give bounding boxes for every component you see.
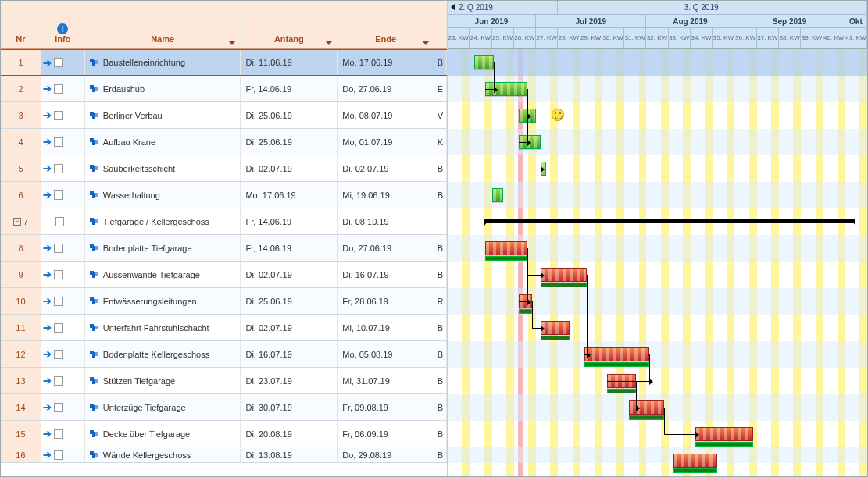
row-start[interactable]: Di, 11.06.19 xyxy=(241,50,338,75)
month-cell[interactable]: Okt xyxy=(845,15,867,28)
row-name[interactable]: Wände Kellergeschoss xyxy=(85,447,241,462)
column-header-info[interactable]: i Info xyxy=(41,1,85,48)
row-nr[interactable]: 14 xyxy=(1,394,41,420)
row-start[interactable]: Fr, 14.06.19 xyxy=(241,76,338,101)
row-name[interactable]: Baustelleneinrichtung xyxy=(85,50,241,75)
quarter-cell[interactable] xyxy=(845,1,867,14)
row-start[interactable]: Di, 23.07.19 xyxy=(241,368,338,393)
nav-prev-icon[interactable] xyxy=(451,3,455,11)
collapse-icon[interactable]: − xyxy=(13,218,21,226)
week-cell[interactable]: 28. KW xyxy=(558,28,580,48)
row-nr[interactable]: 2 xyxy=(1,76,41,101)
row-name[interactable]: Decke über Tiefgarage xyxy=(85,421,241,447)
row-start[interactable]: Di, 30.07.19 xyxy=(241,394,338,420)
table-row[interactable]: 16 ➔ Wände Kellergeschoss Di, 13.08.19 D… xyxy=(1,447,447,463)
table-row[interactable]: 4 ➔ Aufbau Krane Di, 25.06.19 Mo, 01.07.… xyxy=(1,129,447,155)
row-nr[interactable]: 5 xyxy=(1,155,41,181)
row-name[interactable]: Erdaushub xyxy=(85,76,241,101)
row-name[interactable]: Unterfahrt Fahrstuhlschacht xyxy=(85,315,241,340)
row-name[interactable]: Bodenplatte Tiefgarage xyxy=(85,235,241,261)
row-start[interactable]: Di, 13.08.19 xyxy=(241,447,338,462)
week-cell[interactable]: 27. KW xyxy=(536,28,558,48)
table-row[interactable]: 9 ➔ Aussenwände Tiefgarage Di, 02.07.19 … xyxy=(1,262,447,288)
table-row[interactable]: 13 ➔ Stützen Tiefgarage Di, 23.07.19 Mi,… xyxy=(1,368,447,394)
task-bar[interactable] xyxy=(492,188,503,202)
row-end[interactable]: Di, 02.07.19 xyxy=(338,155,434,181)
row-end[interactable]: Fr, 09.08.19 xyxy=(338,394,434,420)
column-header-start[interactable]: Anfang xyxy=(241,1,338,48)
week-cell[interactable]: 34. KW xyxy=(691,28,713,48)
row-name[interactable]: Entwässerungsleitungen xyxy=(85,288,241,314)
row-nr[interactable]: 6 xyxy=(1,182,41,208)
row-nr[interactable]: 16 xyxy=(1,447,41,462)
gantt-row[interactable] xyxy=(448,102,867,129)
month-cell[interactable]: Sep 2019 xyxy=(734,15,845,28)
month-cell[interactable]: Jul 2019 xyxy=(536,15,646,28)
gantt-row[interactable] xyxy=(448,315,867,341)
gantt-row[interactable] xyxy=(448,341,867,368)
column-header-name[interactable]: Name xyxy=(85,1,241,48)
row-end[interactable]: Mo, 08.07.19 xyxy=(338,102,434,128)
row-start[interactable]: Mo, 17.06.19 xyxy=(241,182,338,208)
row-nr[interactable]: 15 xyxy=(1,421,41,447)
table-row[interactable]: 6 ➔ Wasserhaltung Mo, 17.06.19 Mi, 19.06… xyxy=(1,182,447,208)
row-start[interactable]: Di, 25.06.19 xyxy=(241,129,338,155)
gantt-body[interactable] xyxy=(448,49,867,476)
gantt-row[interactable] xyxy=(448,288,867,315)
week-cell[interactable]: 37. KW xyxy=(757,28,779,48)
row-nr[interactable]: 13 xyxy=(1,368,41,393)
row-end[interactable]: Do, 29.08.19 xyxy=(338,447,434,462)
row-start[interactable]: Di, 02.07.19 xyxy=(241,262,338,287)
row-start[interactable]: Fr, 14.06.19 xyxy=(241,235,338,261)
row-start[interactable]: Di, 02.07.19 xyxy=(241,315,338,340)
row-nr[interactable]: 12 xyxy=(1,341,41,367)
gantt-row[interactable] xyxy=(448,129,867,155)
row-end[interactable]: Do, 27.06.19 xyxy=(338,235,434,261)
week-cell[interactable]: 24. KW xyxy=(470,28,491,48)
row-name[interactable]: Bodenplatte Kellergeschoss xyxy=(85,341,241,367)
week-cell[interactable]: 39. KW xyxy=(801,28,823,48)
row-start[interactable]: Di, 16.07.19 xyxy=(241,341,338,367)
week-cell[interactable]: 41. KW xyxy=(845,28,867,48)
week-cell[interactable]: 31. KW xyxy=(624,28,646,48)
row-nr[interactable]: 3 xyxy=(1,102,41,128)
task-bar[interactable] xyxy=(485,241,527,255)
row-nr[interactable]: −7 xyxy=(1,208,41,234)
table-row[interactable]: 14 ➔ Unterzüge Tiefgarage Di, 30.07.19 F… xyxy=(1,394,447,421)
summary-bar[interactable] xyxy=(485,219,855,223)
row-name[interactable]: Aussenwände Tiefgarage xyxy=(85,262,241,287)
column-header-nr[interactable]: Nr xyxy=(1,1,41,48)
row-start[interactable]: Di, 25.06.19 xyxy=(241,102,338,128)
sort-icon[interactable] xyxy=(423,41,429,45)
table-row[interactable]: 12 ➔ Bodenplatte Kellergeschoss Di, 16.0… xyxy=(1,341,447,368)
month-cell[interactable]: Jun 2019 xyxy=(448,15,536,28)
table-row[interactable]: 8 ➔ Bodenplatte Tiefgarage Fr, 14.06.19 … xyxy=(1,235,447,262)
row-end[interactable]: Mi, 31.07.19 xyxy=(338,368,434,393)
week-cell[interactable]: 40. KW xyxy=(823,28,845,48)
row-start[interactable]: Fr, 14.06.19 xyxy=(241,208,338,234)
table-row[interactable]: 10 ➔ Entwässerungsleitungen Di, 25.06.19… xyxy=(1,288,447,315)
row-end[interactable]: Fr, 06.09.19 xyxy=(338,421,434,447)
task-bar[interactable] xyxy=(541,321,570,335)
row-nr[interactable]: 4 xyxy=(1,129,41,155)
week-cell[interactable]: 29. KW xyxy=(580,28,602,48)
row-name[interactable]: Aufbau Krane xyxy=(85,129,241,155)
row-end[interactable]: Mi, 10.07.19 xyxy=(338,315,434,340)
task-bar[interactable] xyxy=(584,347,648,361)
column-header-end[interactable]: Ende xyxy=(338,1,434,48)
row-nr[interactable]: 9 xyxy=(1,262,41,287)
task-bar[interactable] xyxy=(474,55,494,69)
gantt-row[interactable] xyxy=(448,49,867,76)
row-start[interactable]: Di, 25.06.19 xyxy=(241,288,338,314)
row-end[interactable]: Do, 27.06.19 xyxy=(338,76,434,101)
week-cell[interactable]: 30. KW xyxy=(602,28,624,48)
gantt-row[interactable] xyxy=(448,421,867,447)
quarter-cell[interactable]: 3. Q 2019 xyxy=(558,1,845,14)
row-nr[interactable]: 10 xyxy=(1,288,41,314)
week-cell[interactable]: 38. KW xyxy=(779,28,801,48)
row-end[interactable]: Mo, 17.06.19 xyxy=(338,50,434,75)
row-end[interactable]: Mo, 05.08.19 xyxy=(338,341,434,367)
week-cell[interactable]: 26. KW xyxy=(514,28,536,48)
row-name[interactable]: Sauberkeitsschicht xyxy=(85,155,241,181)
quarter-cell[interactable]: 2. Q 2019 xyxy=(448,1,558,14)
